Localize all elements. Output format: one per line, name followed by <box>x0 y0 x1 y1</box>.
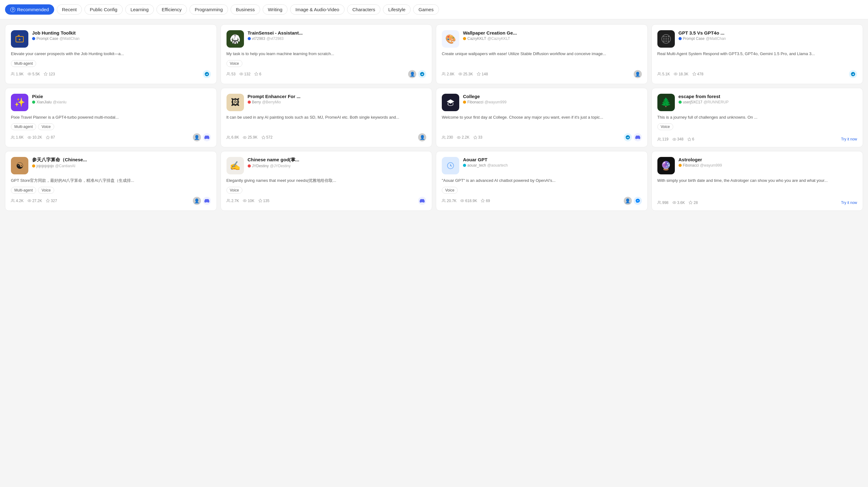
stat-stars: 6 <box>254 72 261 76</box>
svg-point-30 <box>458 137 459 138</box>
footer-actions <box>418 197 426 205</box>
card-header: 🌲 escape from forest userj5XC17 @RUNNERU… <box>657 94 858 111</box>
card-header: 🔮 Astrologer Fibonacci @wayum999 <box>657 157 858 174</box>
card-icon <box>442 94 459 111</box>
card-tags: Multi-agent <box>11 60 211 67</box>
card-job-hunting[interactable]: Job Hunting Toolkit Prompt Case @MattCha… <box>5 24 217 84</box>
card-title-block: College Fibonacci @wayum999 <box>463 94 642 104</box>
nav-tab-recent[interactable]: Recent <box>57 4 82 14</box>
nav-tab-programming[interactable]: Programming <box>189 4 228 14</box>
card-title-block: Pixie XianJialu @xianlu <box>32 94 211 104</box>
card-title-block: Wallpaper Creation Ge... CazryKKLT @Cazr… <box>463 30 642 41</box>
stat-views: 10K <box>243 199 254 203</box>
discord-icon[interactable] <box>203 133 211 141</box>
author-dot <box>32 37 35 40</box>
svg-marker-9 <box>477 72 480 75</box>
nav-tab-image-audio-video[interactable]: Image & Audio-Video <box>290 4 345 14</box>
author-name: CazryKKLT <box>467 36 486 41</box>
svg-point-5 <box>241 73 242 74</box>
svg-point-32 <box>658 138 659 139</box>
svg-point-38 <box>227 199 228 200</box>
stat-views: 10.2K <box>27 135 42 139</box>
try-it-button[interactable]: Try it now <box>841 137 857 141</box>
telegram-icon[interactable] <box>203 70 211 78</box>
author-dot <box>248 164 251 167</box>
nav-tab-lifestyle[interactable]: Lifestyle <box>383 4 411 14</box>
telegram-icon[interactable] <box>849 70 857 78</box>
card-tags: Voice <box>657 123 858 130</box>
author-avatar: 👤 <box>193 197 201 205</box>
card-escape-forest[interactable]: 🌲 escape from forest userj5XC17 @RUNNERU… <box>651 88 863 148</box>
nav-tab-efficiency[interactable]: Efficiency <box>156 4 187 14</box>
card-aouar-gpt[interactable]: Aouar GPT aouar_tech @aouartech "Aouar G… <box>436 151 648 211</box>
card-trainsensei[interactable]: 🥋 TrainSensei - Assistant... vt72983 @vt… <box>221 24 432 84</box>
card-footer: 6.8K 25.9K 572 👤 <box>226 133 427 141</box>
nav-tab-characters[interactable]: Characters <box>347 4 380 14</box>
stat-stars: 33 <box>473 135 482 139</box>
card-title-block: Chinese name god(掌... JYDestiny @JYDesti… <box>248 157 427 168</box>
stat-users: 119 <box>657 137 669 141</box>
card-author: XianJialu @xianlu <box>32 100 211 104</box>
card-tags: Multi-agentVoice <box>11 123 211 130</box>
card-icon: 🌲 <box>657 94 675 111</box>
card-title: TrainSensei - Assistant... <box>248 30 427 35</box>
nav-tab-learning[interactable]: Learning <box>125 4 154 14</box>
messenger-icon[interactable] <box>634 197 642 205</box>
card-cantian[interactable]: ☯ 参天八字算命（Chinese... jojojojojojo @Cantia… <box>5 151 217 211</box>
card-description: GPT Store官方同款，最好的AI八字算命，精准AI八字排盘（生成排... <box>11 177 211 184</box>
nav-tab-writing[interactable]: Writing <box>262 4 287 14</box>
author-avatar: 👤 <box>193 133 201 141</box>
card-icon: 🖼 <box>226 94 244 111</box>
try-it-button[interactable]: Try it now <box>841 200 857 205</box>
card-wallpaper[interactable]: 🎨 Wallpaper Creation Ge... CazryKKLT @Ca… <box>436 24 648 84</box>
svg-point-27 <box>244 137 245 138</box>
footer-actions: 👤 <box>418 133 426 141</box>
discord-icon[interactable] <box>418 197 426 205</box>
stat-users: 230 <box>442 135 453 139</box>
author-handle: @RUNNERUP <box>704 100 728 104</box>
card-chinese-name[interactable]: ✍ Chinese name god(掌... JYDestiny @JYDes… <box>221 151 432 211</box>
telegram-icon[interactable] <box>624 133 632 141</box>
card-astrologer[interactable]: 🔮 Astrologer Fibonacci @wayum999 With si… <box>651 151 863 211</box>
author-name: XianJialu <box>36 100 52 104</box>
card-description: My task is to help you learn machine lea… <box>226 51 427 57</box>
author-dot <box>32 101 35 104</box>
stat-views: 132 <box>239 72 250 76</box>
card-footer: 2.8K 25.3K 148 👤 <box>442 70 642 78</box>
discord-icon[interactable] <box>634 133 642 141</box>
nav-tab-games[interactable]: Games <box>413 4 439 14</box>
card-gpt35vs4[interactable]: GPT 3.5 Vs GPT4o ... Prompt Case @MattCh… <box>651 24 863 84</box>
author-dot <box>679 164 682 167</box>
author-name: Fibonacci <box>467 100 483 104</box>
nav-tab-public-config[interactable]: Public Config <box>85 4 122 14</box>
telegram-icon[interactable] <box>418 70 426 78</box>
card-college[interactable]: College Fibonacci @wayum999 Welcome to y… <box>436 88 648 148</box>
stat-stars: 28 <box>688 200 698 205</box>
svg-point-17 <box>663 38 664 39</box>
nav-tab-recommended[interactable]: ?Recommended <box>5 4 54 14</box>
svg-marker-43 <box>481 199 485 202</box>
card-title: Chinese name god(掌... <box>248 157 427 163</box>
svg-point-26 <box>227 136 228 137</box>
discord-icon[interactable] <box>203 197 211 205</box>
stat-users: 2.8K <box>442 72 455 76</box>
footer-actions: 👤 <box>624 197 642 205</box>
card-title-block: 参天八字算命（Chinese... jojojojojojo @CantianA… <box>32 157 211 168</box>
svg-point-45 <box>674 202 675 203</box>
author-handle: @CantianAI <box>55 164 75 168</box>
author-name: Fibonacci <box>683 163 699 167</box>
card-author: JYDestiny @JYDestiny <box>248 164 427 168</box>
card-author: CazryKKLT @CazryKKLT <box>463 36 642 41</box>
card-title-block: TrainSensei - Assistant... vt72983 @vt72… <box>248 30 427 41</box>
svg-point-29 <box>443 136 444 137</box>
nav-tab-business[interactable]: Business <box>230 4 260 14</box>
card-description: This is a journey full of challenges and… <box>657 114 858 121</box>
card-description: It can be used in any AI painting tools … <box>226 114 427 121</box>
svg-marker-22 <box>692 72 696 75</box>
stat-views: 18.3K <box>674 72 688 76</box>
card-prompt-enhancer[interactable]: 🖼 Prompt Enhancer For ... Berry @BerryMi… <box>221 88 432 148</box>
author-dot <box>248 101 251 104</box>
card-pixie[interactable]: ✨ Pixie XianJialu @xianlu Pixie Travel P… <box>5 88 217 148</box>
card-author: Prompt Case @MattChan <box>32 36 211 41</box>
stat-users: 998 <box>657 200 669 205</box>
